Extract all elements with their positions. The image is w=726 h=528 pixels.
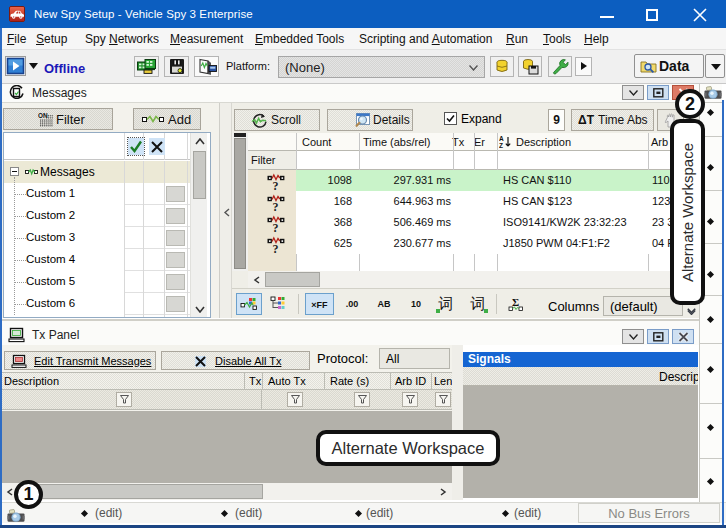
save-button[interactable] xyxy=(164,56,189,77)
tx-dock-close-button[interactable] xyxy=(672,329,694,344)
tree-scroll-thumb[interactable] xyxy=(193,151,206,199)
maximize-button[interactable] xyxy=(646,9,658,21)
tree-row-button[interactable] xyxy=(166,208,185,224)
binary-display-button[interactable]: 10 xyxy=(404,293,428,315)
ascii-display-button[interactable]: AB xyxy=(372,293,396,315)
tree-scroll-up-arrow[interactable] xyxy=(191,133,208,150)
tx-col-description[interactable]: Description xyxy=(4,375,59,387)
tx-hscroll-right-arrow[interactable] xyxy=(436,483,451,500)
tree-row-custom4[interactable]: Custom 4 xyxy=(4,249,190,271)
col-er[interactable]: Er xyxy=(474,136,485,148)
names-display-button[interactable]: 词 xyxy=(434,293,458,315)
status-edit-2[interactable]: (edit) xyxy=(235,506,262,520)
tree-row-button[interactable] xyxy=(166,296,185,312)
dock-restore-button[interactable] xyxy=(647,85,669,100)
tree-expander-icon[interactable] xyxy=(10,167,19,176)
menu-scripting-automation[interactable]: Scripting and Automation xyxy=(359,32,492,46)
tx-col-rate[interactable]: Rate (s) xyxy=(330,375,369,387)
tx-filter-funnel-len[interactable] xyxy=(435,392,451,407)
tree-row-custom3[interactable]: Custom 3 xyxy=(4,227,190,249)
tree-check-all-header[interactable] xyxy=(128,138,144,155)
database-save-button[interactable] xyxy=(518,56,542,77)
tx-hscrollbar[interactable] xyxy=(2,483,452,500)
disable-all-tx-button[interactable]: Disable All Tx xyxy=(161,351,310,370)
workspace-button[interactable] xyxy=(194,56,219,77)
add-button[interactable]: Add xyxy=(133,108,201,130)
tree-row-button[interactable] xyxy=(166,274,185,290)
messages-hscrollbar[interactable] xyxy=(248,271,700,288)
tree-row-custom1[interactable]: Custom 1 xyxy=(4,183,190,205)
hex-display-button[interactable]: ×FF xyxy=(305,293,334,315)
scroll-button[interactable]: Scroll xyxy=(234,109,320,131)
signal-list-view-button[interactable] xyxy=(236,293,262,315)
menu-spy-networks[interactable]: Spy Networks xyxy=(85,32,159,46)
sum-button[interactable]: Σ xyxy=(503,293,529,315)
tx-col-tx[interactable]: Tx xyxy=(249,375,261,387)
tree-vscrollbar[interactable] xyxy=(190,133,207,317)
tx-filter-row[interactable] xyxy=(2,390,452,410)
status-edit-4[interactable]: (edit) xyxy=(514,506,541,520)
status-edit-1[interactable]: (edit) xyxy=(95,506,122,520)
tx-col-arb-id[interactable]: Arb ID xyxy=(395,375,426,387)
tree-scroll-down-arrow[interactable] xyxy=(191,300,208,317)
signal-tree-view-button[interactable] xyxy=(266,293,292,315)
play-dropdown-arrow[interactable] xyxy=(29,63,42,71)
dock-collapse-button[interactable] xyxy=(622,85,644,100)
hscroll-thumb[interactable] xyxy=(265,272,320,287)
tree-row-button[interactable] xyxy=(166,186,185,202)
message-row-4[interactable]: ? 625 230.677 ms J1850 PWM 04:F1:F2 04 F xyxy=(248,233,700,254)
menu-tools[interactable]: Tools xyxy=(543,32,571,46)
time-abs-button[interactable]: ΔT Time Abs xyxy=(571,109,654,131)
tx-dock-collapse-button[interactable] xyxy=(622,329,644,344)
vertical-splitter[interactable] xyxy=(219,103,232,318)
col-description[interactable]: Description xyxy=(516,136,571,148)
tree-row-button[interactable] xyxy=(166,230,185,246)
columns-dropdown-arrow[interactable] xyxy=(687,308,696,315)
message-row-3[interactable]: ? 368 506.469 ms ISO9141/KW2K 23:32:23 2… xyxy=(248,212,700,233)
tree-row-custom5[interactable]: Custom 5 xyxy=(4,271,190,293)
edit-transmit-button[interactable]: Edit Transmit Messages xyxy=(4,351,156,370)
menu-setup[interactable]: Setup xyxy=(36,32,67,46)
menu-help[interactable]: Help xyxy=(584,32,609,46)
bottom-splitter[interactable] xyxy=(452,345,463,500)
filter-button[interactable]: ON Filter xyxy=(3,108,113,130)
col-count[interactable]: Count xyxy=(302,136,331,148)
tx-filter-funnel-rate[interactable] xyxy=(354,392,370,407)
wrench-button[interactable] xyxy=(548,56,572,77)
tree-row-custom6[interactable]: Custom 6 xyxy=(4,293,190,315)
expand-checkbox[interactable] xyxy=(444,112,457,125)
col-arb[interactable]: Arb xyxy=(651,136,668,148)
tx-hscroll-thumb[interactable] xyxy=(18,484,263,499)
messages-vscrollbar[interactable] xyxy=(232,133,248,271)
play-button[interactable] xyxy=(5,56,26,76)
hscroll-left-arrow[interactable] xyxy=(248,271,264,288)
data-button[interactable]: Data xyxy=(634,54,704,78)
message-row-1[interactable]: ? 1098 297.931 ms HS CAN $110 110 xyxy=(248,170,700,191)
tx-filter-funnel-description[interactable] xyxy=(116,392,132,407)
protocol-dropdown[interactable]: All xyxy=(379,348,450,369)
menu-run[interactable]: Run xyxy=(506,32,528,46)
decimal-display-button[interactable]: .00 xyxy=(340,293,364,315)
menu-file[interactable]: File xyxy=(7,32,26,46)
menu-embedded-tools[interactable]: Embedded Tools xyxy=(255,32,344,46)
platform-dropdown[interactable]: (None) xyxy=(278,56,485,78)
data-dropdown-button[interactable] xyxy=(705,54,725,78)
hardware-button[interactable] xyxy=(134,56,159,77)
col-time[interactable]: Time (abs/rel) xyxy=(363,136,430,148)
tx-col-len[interactable]: Len xyxy=(434,375,452,387)
tx-filter-funnel-arb-id[interactable] xyxy=(402,392,418,407)
message-row-2[interactable]: ? 168 644.963 ms HS CAN $123 123 xyxy=(248,191,700,212)
run-box-button[interactable] xyxy=(575,57,592,76)
tx-filter-funnel-auto-tx[interactable] xyxy=(287,392,303,407)
tree-row-button[interactable] xyxy=(166,252,185,268)
status-edit-3[interactable]: (edit) xyxy=(366,506,393,520)
close-button[interactable] xyxy=(692,7,708,23)
details-button[interactable]: Details xyxy=(327,109,413,131)
tx-dock-restore-button[interactable] xyxy=(647,329,669,344)
minimize-button[interactable] xyxy=(600,16,614,18)
menu-measurement[interactable]: Measurement xyxy=(170,32,243,46)
byte-count-button[interactable]: 9 xyxy=(548,109,565,131)
database-button[interactable] xyxy=(490,56,514,77)
signals-col-description[interactable]: Description xyxy=(659,370,698,384)
tree-row-messages[interactable]: Messages xyxy=(4,161,190,183)
